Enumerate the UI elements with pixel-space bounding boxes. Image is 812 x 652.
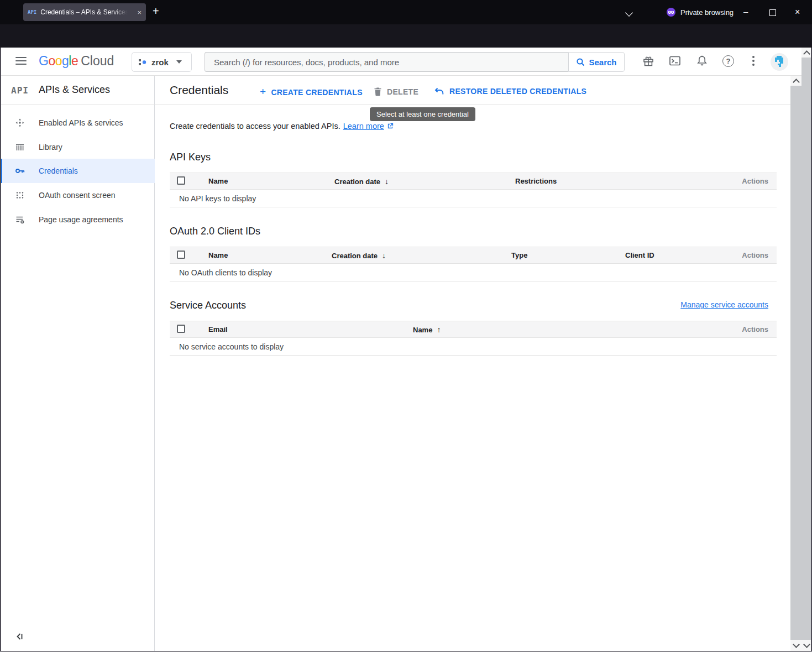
create-credentials-button[interactable]: + CREATE CREDENTIALS <box>260 87 363 98</box>
notifications-bell-icon[interactable] <box>696 55 708 67</box>
new-tab-button[interactable]: + <box>153 5 159 18</box>
window-close-button[interactable]: × <box>795 7 800 17</box>
service-accounts-table: Email Name↑ Actions No service accounts … <box>170 321 777 356</box>
column-header-creation-date[interactable]: Creation date↓ <box>332 251 386 260</box>
intro-text-row: Create credentials to access your enable… <box>170 122 394 131</box>
oauth-consent-icon <box>15 190 25 200</box>
trash-icon <box>374 87 382 96</box>
empty-state-row: No OAuth clients to display <box>170 264 777 281</box>
column-header-actions: Actions <box>742 325 768 333</box>
sort-ascending-icon: ↑ <box>437 325 441 334</box>
tab-strip: API Credentials – APIs & Services – z × … <box>0 0 812 24</box>
scroll-down-button[interactable] <box>790 640 801 651</box>
empty-state-row: No API keys to display <box>170 190 777 207</box>
window-edge-left <box>0 48 1 652</box>
library-icon <box>15 142 25 152</box>
search-button-label: Search <box>589 58 616 67</box>
search-button[interactable]: Search <box>568 52 625 72</box>
tab-favicon-api-icon: API <box>28 9 36 15</box>
sort-descending-icon: ↓ <box>382 251 386 260</box>
oauth-heading: OAuth 2.0 Client IDs <box>170 226 260 237</box>
collapse-sidebar-icon[interactable] <box>14 632 24 641</box>
search-icon <box>576 58 585 66</box>
intro-text: Create credentials to access your enable… <box>170 122 340 131</box>
main-content: Credentials + CREATE CREDENTIALS DELETE … <box>155 76 790 652</box>
credentials-key-icon <box>15 166 25 176</box>
sidebar-item-oauth-consent[interactable]: OAuth consent screen <box>0 183 155 207</box>
delete-button: DELETE <box>374 87 418 96</box>
column-header-creation-date[interactable]: Creation date↓ <box>334 177 389 186</box>
gcp-header: GoogleCloud zrok Search ? <box>0 48 801 76</box>
sidebar-item-enabled-apis[interactable]: Enabled APIs & services <box>0 111 155 135</box>
oauth-header-row: Name Creation date↓ Type Client ID Actio… <box>170 247 777 264</box>
project-icon <box>138 58 147 67</box>
empty-state-row: No service accounts to display <box>170 338 777 356</box>
learn-more-link[interactable]: Learn more <box>343 122 384 131</box>
select-all-checkbox[interactable] <box>177 325 185 333</box>
google-cloud-logo[interactable]: GoogleCloud <box>39 54 114 69</box>
private-browsing-mask-icon <box>667 8 675 17</box>
column-header-type: Type <box>511 251 527 259</box>
oauth-table: Name Creation date↓ Type Client ID Actio… <box>170 247 777 281</box>
column-header-actions: Actions <box>742 251 768 259</box>
search-bar: Search <box>205 52 625 72</box>
sidebar-title: APIs & Services <box>39 84 110 96</box>
project-name: zrok <box>151 58 169 67</box>
api-product-logo: API <box>11 85 29 96</box>
window-minimize-button[interactable]: – <box>743 7 748 16</box>
select-all-checkbox[interactable] <box>177 251 185 259</box>
column-header-name[interactable]: Name↑ <box>413 325 441 334</box>
service-accounts-heading: Service Accounts <box>170 300 246 311</box>
column-header-name: Name <box>208 251 228 259</box>
more-options-kebab-icon[interactable] <box>752 56 755 66</box>
column-header-name: Name <box>208 177 228 185</box>
manage-service-accounts-link[interactable]: Manage service accounts <box>680 300 768 309</box>
list-all-tabs-chevron-icon[interactable] <box>625 9 633 17</box>
api-keys-table: Name Creation date↓ Restrictions Actions… <box>170 173 777 207</box>
column-header-email: Email <box>208 325 228 333</box>
inner-scrollbar[interactable] <box>790 76 801 652</box>
logo-cloud-text: Cloud <box>81 54 114 68</box>
plus-icon: + <box>260 86 266 98</box>
undo-restore-icon <box>434 87 444 96</box>
sort-descending-icon: ↓ <box>385 177 389 186</box>
browser-window: API Credentials – APIs & Services – z × … <box>0 0 812 652</box>
tab-close-icon[interactable]: × <box>137 8 142 17</box>
column-header-client-id: Client ID <box>625 251 654 259</box>
column-header-actions: Actions <box>742 177 768 185</box>
sidebar-item-credentials[interactable]: Credentials <box>0 159 155 183</box>
page-usage-agreements-icon <box>15 215 25 225</box>
service-accounts-header-row: Email Name↑ Actions <box>170 321 777 338</box>
page-title: Credentials <box>170 84 228 97</box>
help-icon[interactable]: ? <box>722 55 734 67</box>
tooltip: Select at least one credential <box>370 107 475 121</box>
window-maximize-button[interactable] <box>769 9 776 16</box>
project-selector-button[interactable]: zrok <box>132 52 192 72</box>
column-header-restrictions: Restrictions <box>515 177 557 185</box>
browser-tab[interactable]: API Credentials – APIs & Services – z × <box>23 3 146 21</box>
sidebar-item-page-usage[interactable]: Page usage agreements <box>0 207 155 232</box>
browser-toolbar: ← → ↻ https://console.cloud.google.com/a… <box>0 24 812 48</box>
private-browsing-label: Private browsing <box>680 8 734 17</box>
gift-icon[interactable] <box>642 55 654 67</box>
api-keys-header-row: Name Creation date↓ Restrictions Actions <box>170 173 777 190</box>
api-keys-heading: API Keys <box>170 152 211 163</box>
sidebar-item-library[interactable]: Library <box>0 135 155 159</box>
scroll-up-button[interactable] <box>790 76 801 86</box>
external-link-icon <box>387 123 394 129</box>
tab-title: Credentials – APIs & Services – z <box>40 8 128 16</box>
enabled-apis-icon <box>15 118 25 128</box>
cloud-shell-terminal-icon[interactable] <box>669 55 681 67</box>
account-avatar[interactable] <box>771 53 788 71</box>
restore-deleted-credentials-button[interactable]: RESTORE DELETED CREDENTIALS <box>434 87 586 96</box>
search-input[interactable] <box>205 52 568 72</box>
gcp-nav-menu-icon[interactable] <box>15 57 27 65</box>
select-all-checkbox[interactable] <box>177 176 185 185</box>
chevron-down-icon <box>176 60 182 64</box>
